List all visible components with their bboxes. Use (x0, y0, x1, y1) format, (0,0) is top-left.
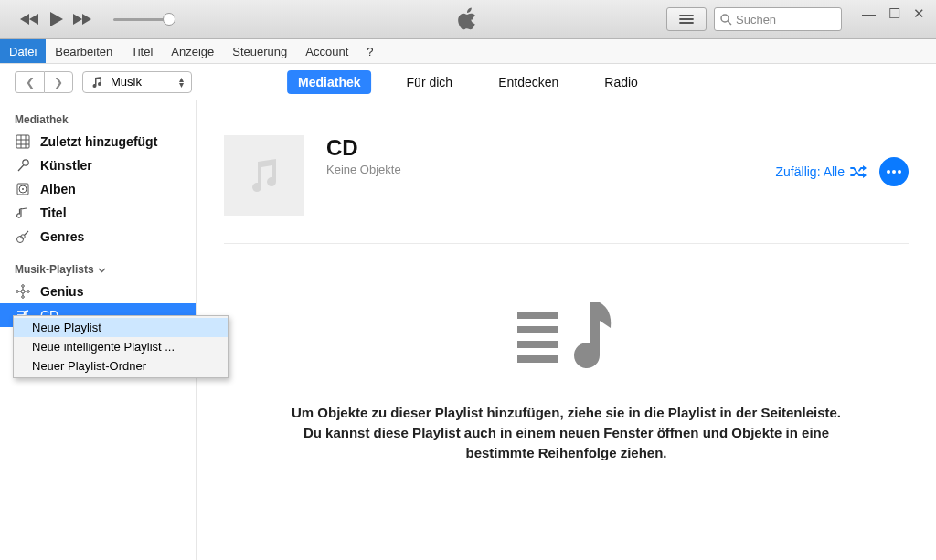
sidebar-item-genres[interactable]: Genres (0, 225, 196, 248)
sidebar-item-label: Genres (40, 229, 84, 244)
svg-point-0 (721, 15, 729, 22)
forward-button[interactable]: ❯ (44, 71, 73, 93)
svg-rect-32 (517, 341, 558, 348)
svg-rect-31 (517, 326, 558, 333)
sidebar-item-label: Alben (40, 182, 76, 196)
svg-rect-2 (16, 135, 29, 148)
search-icon (720, 14, 732, 26)
tab-radio[interactable]: Radio (593, 70, 649, 94)
svg-point-18 (16, 291, 19, 293)
menu-title[interactable]: Titel (122, 39, 162, 63)
search-input[interactable]: Suchen (714, 7, 842, 31)
sidebar-item-label: Künstler (40, 158, 92, 173)
empty-playlist-icon (224, 299, 909, 381)
chevron-updown-icon: ▴▾ (179, 77, 184, 88)
sidebar-item-recent[interactable]: Zuletzt hinzugefügt (0, 130, 196, 153)
genius-icon (15, 284, 31, 299)
svg-line-8 (18, 165, 24, 172)
sidebar-item-label: Zuletzt hinzugefügt (40, 134, 157, 149)
menu-controls[interactable]: Steuerung (223, 39, 296, 63)
context-new-smart-playlist[interactable]: Neue intelligente Playlist ... (14, 337, 228, 356)
tab-discover[interactable]: Entdecken (487, 70, 569, 94)
play-button[interactable] (44, 9, 68, 29)
apple-logo-icon (458, 7, 478, 31)
minimize-button[interactable]: — (862, 5, 876, 21)
more-actions-button[interactable] (879, 157, 909, 186)
content-area: CD Keine Objekte Zufällig: Alle (197, 100, 936, 560)
grid-icon (15, 134, 31, 149)
playlist-title-block: CD Keine Objekte (326, 135, 401, 176)
back-button[interactable]: ❮ (15, 71, 44, 93)
window-buttons: — ☐ ✕ (862, 5, 925, 22)
microphone-icon (15, 158, 31, 173)
svg-rect-33 (517, 355, 558, 363)
toolbar: ❮ ❯ Musik ▴▾ Mediathek Für dich Entdecke… (0, 64, 936, 100)
playlist-header-actions: Zufällig: Alle (776, 157, 909, 186)
note-icon (15, 206, 31, 220)
playback-controls (18, 9, 176, 29)
chevron-down-icon (98, 266, 106, 274)
right-controls: Suchen — ☐ ✕ (666, 7, 936, 31)
sidebar-item-label: Genius (40, 284, 83, 299)
list-view-button[interactable] (666, 7, 707, 31)
menu-edit[interactable]: Bearbeiten (46, 39, 122, 63)
album-icon (15, 182, 31, 196)
prev-button[interactable] (18, 11, 42, 27)
menubar: Datei Bearbeiten Titel Anzeige Steuerung… (0, 39, 936, 64)
context-new-folder[interactable]: Neuer Playlist-Ordner (14, 356, 228, 375)
next-button[interactable] (69, 11, 93, 27)
svg-point-15 (21, 290, 25, 293)
close-button[interactable]: ✕ (913, 5, 925, 22)
menu-view[interactable]: Anzeige (162, 39, 223, 63)
shuffle-all-button[interactable]: Zufällig: Alle (776, 164, 867, 179)
music-notes-icon (243, 154, 285, 196)
section-header-library: Mediathek (0, 110, 196, 130)
volume-slider[interactable] (108, 18, 176, 21)
svg-point-27 (887, 170, 890, 174)
empty-state-text: Um Objekte zu dieser Playlist hinzufügen… (283, 403, 850, 462)
sidebar-item-albums[interactable]: Alben (0, 177, 196, 201)
search-placeholder: Suchen (736, 13, 776, 26)
sidebar-item-label: Titel (40, 206, 67, 220)
tab-library[interactable]: Mediathek (287, 70, 371, 94)
svg-point-29 (898, 170, 901, 174)
playlist-artwork (224, 135, 304, 216)
svg-point-12 (17, 237, 24, 243)
playlist-header: CD Keine Objekte Zufällig: Alle (224, 119, 909, 244)
empty-state: Um Objekte zu dieser Playlist hinzufügen… (224, 299, 909, 462)
svg-point-16 (22, 285, 25, 288)
svg-rect-30 (517, 312, 558, 319)
guitar-icon (15, 229, 31, 244)
playlist-subtitle: Keine Objekte (326, 163, 401, 176)
menu-file[interactable]: Datei (0, 39, 46, 63)
svg-line-1 (728, 21, 731, 25)
svg-point-7 (23, 160, 28, 165)
shuffle-icon (850, 165, 867, 178)
section-header-playlists[interactable]: Musik-Playlists (0, 259, 196, 280)
svg-point-19 (27, 291, 30, 293)
menu-account[interactable]: Account (296, 39, 357, 63)
sidebar-item-artists[interactable]: Künstler (0, 153, 196, 177)
svg-point-17 (22, 296, 25, 299)
playlist-title: CD (326, 135, 401, 161)
titlebar: Suchen — ☐ ✕ (0, 0, 936, 39)
media-type-select[interactable]: Musik ▴▾ (82, 71, 192, 93)
context-menu: Neue Playlist Neue intelligente Playlist… (13, 315, 229, 378)
sidebar-item-genius[interactable]: Genius (0, 280, 196, 303)
sidebar-item-titles[interactable]: Titel (0, 201, 196, 225)
svg-point-11 (22, 188, 24, 190)
svg-line-14 (25, 231, 29, 236)
nav-buttons: ❮ ❯ (15, 71, 73, 93)
svg-point-28 (892, 170, 896, 174)
menu-help[interactable]: ? (357, 39, 382, 63)
nav-tabs: Mediathek Für dich Entdecken Radio (287, 70, 649, 94)
music-note-icon (90, 76, 103, 89)
ellipsis-icon (886, 169, 902, 174)
tab-foryou[interactable]: Für dich (396, 70, 464, 94)
maximize-button[interactable]: ☐ (888, 5, 900, 22)
media-type-label: Musik (111, 75, 142, 89)
context-new-playlist[interactable]: Neue Playlist (14, 318, 228, 337)
